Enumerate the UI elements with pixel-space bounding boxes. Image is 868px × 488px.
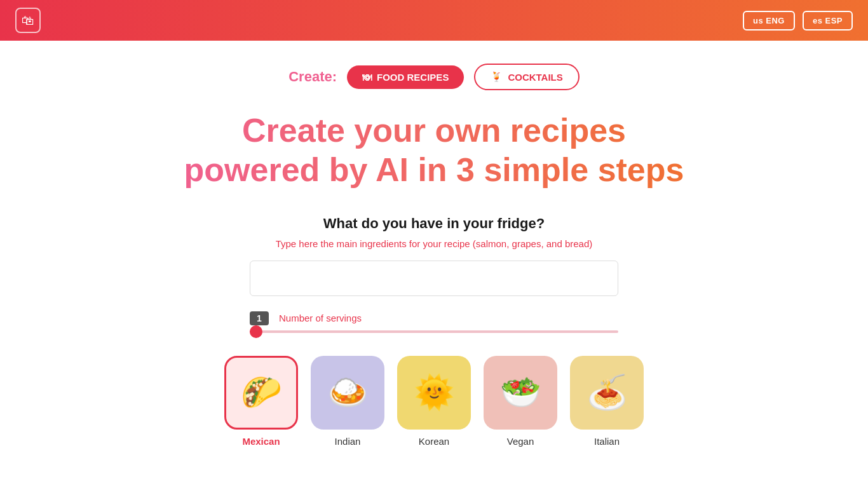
cuisine-section: 🌮Mexican🍛Indian🌞Korean🥗Vegan🍝Italian — [224, 356, 644, 447]
cuisine-card-italian[interactable]: 🍝Italian — [570, 356, 644, 447]
tab-food-recipes[interactable]: 🍽 FOOD RECIPES — [347, 65, 464, 89]
cuisine-name-korean: Korean — [419, 436, 449, 447]
cuisine-icon-mexican: 🌮 — [224, 356, 298, 430]
cuisine-card-indian[interactable]: 🍛Indian — [311, 356, 384, 447]
header: 🛍 us ENG es ESP — [0, 0, 868, 41]
servings-slider[interactable] — [250, 330, 618, 333]
create-bar: Create: 🍽 FOOD RECIPES 🍹 COCKTAILS — [288, 64, 580, 90]
logo: 🛍 — [15, 8, 41, 33]
cuisine-name-italian: Italian — [594, 436, 620, 447]
form-section: What do you have in your fridge? Type he… — [0, 215, 868, 356]
form-question: What do you have in your fridge? — [323, 215, 545, 232]
slider-label-row: 1 Number of servings — [250, 311, 618, 325]
logo-icon: 🛍 — [15, 8, 41, 33]
create-label: Create: — [288, 69, 337, 85]
slider-value-box: 1 — [250, 311, 269, 325]
cuisine-name-mexican: Mexican — [242, 436, 280, 447]
cuisine-name-vegan: Vegan — [507, 436, 534, 447]
subtitle-end: ) — [589, 238, 592, 249]
ingredients-input[interactable] — [250, 261, 618, 296]
cocktail-icon: 🍹 — [491, 71, 503, 83]
food-icon: 🍽 — [362, 72, 372, 83]
cuisine-icon-indian: 🍛 — [311, 356, 384, 430]
slider-section: 1 Number of servings — [250, 311, 618, 333]
slider-label: Number of servings — [279, 313, 362, 323]
tab-cocktails-label: COCKTAILS — [508, 72, 562, 83]
form-subtitle: Type here the main ingredients for your … — [276, 238, 593, 249]
language-switcher: us ENG es ESP — [743, 11, 853, 30]
main-content: Create: 🍽 FOOD RECIPES 🍹 COCKTAILS Creat… — [0, 41, 868, 447]
cuisine-icon-italian: 🍝 — [570, 356, 644, 430]
lang-esp-button[interactable]: es ESP — [803, 11, 853, 30]
cuisine-icon-vegan: 🥗 — [484, 356, 557, 430]
cuisine-card-mexican[interactable]: 🌮Mexican — [224, 356, 298, 447]
subtitle-highlight: salmon, grapes, and bread — [476, 238, 589, 249]
tab-cocktails[interactable]: 🍹 COCKTAILS — [474, 64, 579, 90]
lang-eng-button[interactable]: us ENG — [743, 11, 795, 30]
cuisine-card-vegan[interactable]: 🥗Vegan — [484, 356, 557, 447]
cuisine-icon-korean: 🌞 — [397, 356, 471, 430]
hero-title: Create your own recipes powered by AI in… — [173, 111, 695, 190]
cuisine-name-indian: Indian — [335, 436, 361, 447]
subtitle-plain: Type here the main ingredients for your … — [276, 238, 476, 249]
cuisine-card-korean[interactable]: 🌞Korean — [397, 356, 471, 447]
tab-food-label: FOOD RECIPES — [377, 72, 449, 83]
